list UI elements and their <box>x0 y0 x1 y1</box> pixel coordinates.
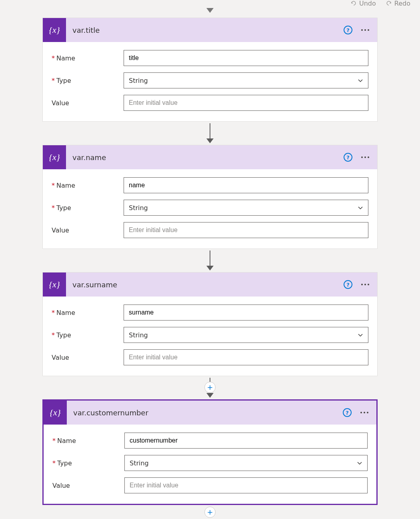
card-body: Name Type String Value <box>43 297 377 376</box>
card-title: var.title <box>66 26 344 34</box>
connector-arrow[interactable]: + <box>42 505 378 516</box>
incoming-arrow <box>206 8 214 18</box>
help-icon[interactable]: ? <box>344 153 352 162</box>
more-menu-icon[interactable] <box>360 155 371 160</box>
name-input[interactable] <box>124 305 368 321</box>
help-icon[interactable]: ? <box>344 26 352 34</box>
card-title: var.surname <box>66 281 344 289</box>
chevron-down-icon <box>357 460 362 466</box>
type-select[interactable]: String <box>124 455 368 471</box>
more-menu-icon[interactable] <box>360 282 371 287</box>
card-header[interactable]: {x} var.surname ? <box>43 273 377 297</box>
undo-icon <box>350 0 357 6</box>
card-title: var.name <box>66 153 344 162</box>
name-label: Name <box>52 309 116 317</box>
help-icon[interactable]: ? <box>343 408 352 417</box>
value-label: Value <box>52 99 116 107</box>
type-value: String <box>129 204 148 212</box>
variable-icon: {x} <box>43 145 66 169</box>
undo-label: Undo <box>359 0 376 7</box>
type-label: Type <box>52 77 116 84</box>
chevron-down-icon <box>358 205 363 210</box>
type-select[interactable]: String <box>124 72 368 88</box>
variable-icon: {x} <box>43 18 66 42</box>
flow-canvas: {x} var.title ? Name Type String Value <box>0 8 420 519</box>
value-label: Value <box>52 354 116 361</box>
value-label: Value <box>52 226 116 234</box>
redo-icon <box>386 0 392 6</box>
type-select[interactable]: String <box>124 327 368 343</box>
help-icon[interactable]: ? <box>344 280 352 289</box>
value-input[interactable] <box>124 477 368 493</box>
card-header[interactable]: {x} var.customernumber ? <box>44 401 376 425</box>
value-input[interactable] <box>124 349 368 365</box>
variable-card: {x} var.title ? Name Type String Value <box>42 18 378 122</box>
card-body: Name Type String Value <box>43 42 377 121</box>
variable-card: {x} var.name ? Name Type String Value <box>42 145 378 249</box>
type-value: String <box>129 77 148 84</box>
add-step-button[interactable]: + <box>204 382 216 393</box>
connector-arrow[interactable] <box>42 122 378 145</box>
variable-card: {x} var.surname ? Name Type String Value <box>42 272 378 376</box>
variable-icon: {x} <box>44 401 67 425</box>
card-title: var.customernumber <box>67 409 343 417</box>
variable-icon: {x} <box>43 273 66 297</box>
chevron-down-icon <box>358 332 363 338</box>
card-header[interactable]: {x} var.name ? <box>43 145 377 169</box>
name-label: Name <box>52 182 116 189</box>
type-value: String <box>130 459 149 467</box>
type-label: Type <box>52 459 116 467</box>
name-input[interactable] <box>124 50 368 66</box>
redo-button[interactable]: Redo <box>386 0 410 7</box>
value-input[interactable] <box>124 222 368 238</box>
name-label: Name <box>52 54 116 62</box>
chevron-down-icon <box>358 78 363 83</box>
type-label: Type <box>52 331 116 339</box>
card-body: Name Type String Value <box>44 425 376 504</box>
editor-toolbar: Undo Redo <box>0 0 420 8</box>
connector-arrow[interactable]: + <box>42 376 378 399</box>
type-select[interactable]: String <box>124 200 368 216</box>
add-step-button[interactable]: + <box>204 507 216 518</box>
type-label: Type <box>52 204 116 212</box>
name-input[interactable] <box>124 433 368 449</box>
type-value: String <box>129 331 148 339</box>
more-menu-icon[interactable] <box>360 28 371 32</box>
card-body: Name Type String Value <box>43 169 377 248</box>
connector-arrow[interactable] <box>42 249 378 272</box>
name-input[interactable] <box>124 177 368 193</box>
more-menu-icon[interactable] <box>359 410 370 415</box>
value-input[interactable] <box>124 95 368 111</box>
undo-button[interactable]: Undo <box>350 0 376 7</box>
redo-label: Redo <box>394 0 410 7</box>
value-label: Value <box>52 482 116 489</box>
card-header[interactable]: {x} var.title ? <box>43 18 377 42</box>
name-label: Name <box>52 437 116 445</box>
variable-card: {x} var.customernumber ? Name Type Strin… <box>42 399 378 505</box>
